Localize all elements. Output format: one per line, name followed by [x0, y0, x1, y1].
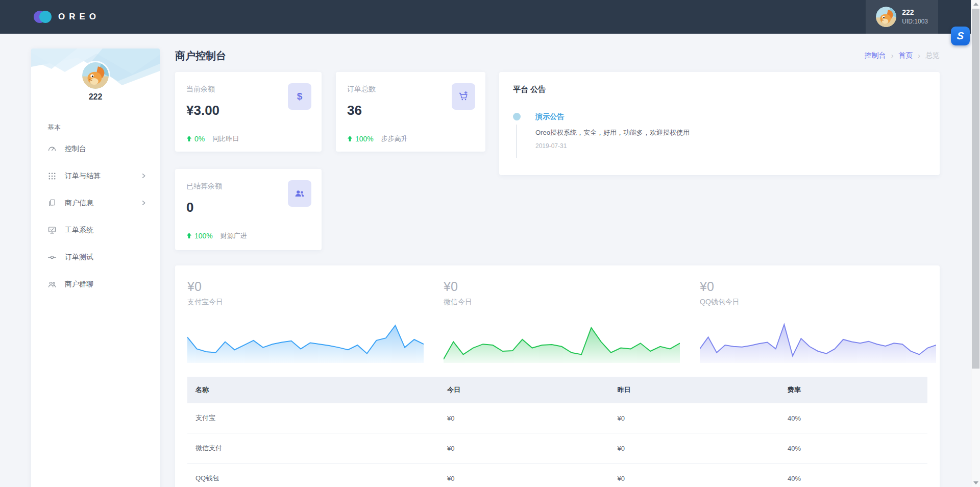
cell-yesterday: ¥0 — [609, 464, 780, 487]
trend-value: 0% — [194, 135, 205, 143]
timeline-line — [516, 125, 517, 158]
cell-rate: 40% — [779, 403, 927, 433]
sidebar-item-label: 订单测试 — [65, 253, 93, 262]
breadcrumb-console[interactable]: 控制台 — [865, 51, 886, 60]
scrollbar-down-arrow-icon[interactable] — [973, 481, 978, 484]
sidebar-item-label: 订单与结算 — [65, 172, 101, 181]
announcement-date: 2019-07-31 — [535, 142, 926, 150]
cell-rate: 40% — [779, 433, 927, 464]
sidebar-item-merchant-info[interactable]: 商户信息 — [31, 189, 160, 216]
sidebar-menu: 控制台 订单与结算 商户信息 — [31, 135, 160, 298]
col-header-rate: 费率 — [779, 377, 927, 403]
announcement-body: Oreo授权系统，安全，好用，功能多，欢迎授权使用 — [535, 128, 926, 137]
cell-today: ¥0 — [439, 403, 609, 433]
extension-badge-icon[interactable]: S — [951, 27, 970, 45]
sidebar-item-console[interactable]: 控制台 — [31, 135, 160, 162]
breadcrumb-separator-icon: › — [918, 52, 920, 60]
scrollbar-up-arrow-icon[interactable] — [973, 3, 978, 6]
sparkline-alipay: ¥0 支付宝今日 — [187, 279, 424, 363]
trend-up-icon — [347, 136, 353, 142]
profile-name: 222 — [31, 92, 160, 102]
breadcrumb-separator-icon: › — [891, 52, 894, 60]
sidebar-item-ticket-system[interactable]: 工单系统 — [31, 216, 160, 243]
trend-note: 财源广进 — [220, 231, 247, 240]
sparkline-amount: ¥0 — [444, 279, 680, 294]
cell-name: 支付宝 — [187, 403, 439, 433]
sidebar-item-label: 控制台 — [65, 144, 86, 154]
page-title: 商户控制台 — [175, 49, 940, 63]
top-navbar: OREO 222 UID:1003 — [0, 0, 980, 34]
trend-note: 同比昨日 — [212, 134, 239, 143]
alipay-area-chart — [187, 314, 424, 363]
trend-up-icon — [186, 233, 192, 239]
sparkline-label: QQ钱包今日 — [700, 298, 936, 307]
user-name: 222 — [902, 8, 928, 17]
sparkline-qq-wallet: ¥0 QQ钱包今日 — [700, 279, 936, 363]
sidebar-item-order-test[interactable]: 订单测试 — [31, 243, 160, 271]
logo-circle-teal — [39, 11, 52, 23]
sidebar-item-merchant-chat[interactable]: 商户群聊 — [31, 271, 160, 298]
trend-value: 100% — [355, 135, 374, 143]
profile-avatar[interactable] — [82, 62, 109, 89]
stat-card-settled-balance: 已结算余额 0 100% 财源广进 — [175, 169, 322, 250]
timeline-dot-icon — [513, 113, 521, 120]
cell-name: QQ钱包 — [187, 464, 439, 487]
breadcrumb: 控制台 › 首页 › 总览 — [865, 51, 940, 60]
rates-table: 名称 今日 昨日 费率 支付宝 ¥0 ¥0 40% 微信支付 — [187, 377, 927, 487]
trend-value: 100% — [194, 232, 213, 240]
user-uid: UID:1003 — [902, 17, 928, 26]
cell-today: ¥0 — [439, 433, 609, 464]
table-row-wechat: 微信支付 ¥0 ¥0 40% — [187, 433, 927, 464]
merchant-info-icon — [47, 199, 57, 208]
sidebar-item-label: 商户信息 — [65, 199, 93, 208]
brand-logo-icon — [34, 11, 52, 23]
cell-name: 微信支付 — [187, 433, 439, 464]
sparkline-amount: ¥0 — [187, 279, 424, 294]
group-chat-icon — [47, 280, 57, 289]
cart-plus-icon — [452, 83, 475, 110]
breadcrumb-home[interactable]: 首页 — [898, 51, 913, 60]
table-row-qq-wallet: QQ钱包 ¥0 ¥0 40% — [187, 464, 927, 487]
wechat-area-chart — [444, 314, 680, 363]
users-icon — [288, 180, 311, 207]
brand-name: OREO — [58, 12, 100, 22]
dashboard-icon — [47, 144, 57, 154]
sparkline-amount: ¥0 — [700, 279, 936, 294]
main-content: 商户控制台 控制台 › 首页 › 总览 当前余额 $ ¥3.00 0% 同比昨日… — [175, 43, 940, 71]
col-header-name: 名称 — [187, 377, 439, 403]
col-header-yesterday: 昨日 — [609, 377, 780, 403]
user-menu[interactable]: 222 UID:1003 — [866, 0, 938, 34]
table-row-alipay: 支付宝 ¥0 ¥0 40% — [187, 403, 927, 433]
stat-card-total-orders: 订单总数 36 100% 步步高升 — [336, 72, 485, 152]
cell-rate: 40% — [779, 464, 927, 487]
sparkline-wechat: ¥0 微信今日 — [444, 279, 680, 363]
sidebar-item-label: 工单系统 — [65, 226, 93, 235]
trend-note: 步步高升 — [381, 134, 408, 143]
breadcrumb-current: 总览 — [925, 51, 940, 60]
cell-yesterday: ¥0 — [609, 433, 780, 464]
stat-card-current-balance: 当前余额 $ ¥3.00 0% 同比昨日 — [175, 72, 322, 152]
ticket-system-icon — [47, 226, 57, 235]
brand-logo: OREO — [34, 0, 100, 34]
order-test-icon — [47, 253, 57, 262]
sidebar-section-label: 基本 — [47, 123, 61, 132]
announcement-title: 平台 公告 — [513, 85, 926, 94]
vertical-scrollbar[interactable] — [971, 0, 980, 487]
chevron-right-icon — [141, 200, 146, 206]
sidebar-item-orders-settlement[interactable]: 订单与结算 — [31, 162, 160, 189]
cell-yesterday: ¥0 — [609, 403, 780, 433]
dollar-icon: $ — [288, 83, 311, 110]
sparkline-label: 支付宝今日 — [187, 298, 424, 307]
trend-up-icon — [186, 136, 192, 142]
user-avatar — [876, 7, 896, 27]
table-header-row: 名称 今日 昨日 费率 — [187, 377, 927, 403]
cell-today: ¥0 — [439, 464, 609, 487]
announcement-card: 平台 公告 演示公告 Oreo授权系统，安全，好用，功能多，欢迎授权使用 201… — [499, 72, 940, 175]
scrollbar-thumb[interactable] — [972, 9, 979, 369]
sparkline-label: 微信今日 — [444, 298, 680, 307]
sidebar-item-label: 商户群聊 — [65, 280, 93, 289]
announcement-link[interactable]: 演示公告 — [535, 112, 926, 121]
chevron-right-icon — [141, 173, 146, 179]
orders-grid-icon — [47, 172, 57, 181]
qq-wallet-area-chart — [700, 314, 936, 363]
